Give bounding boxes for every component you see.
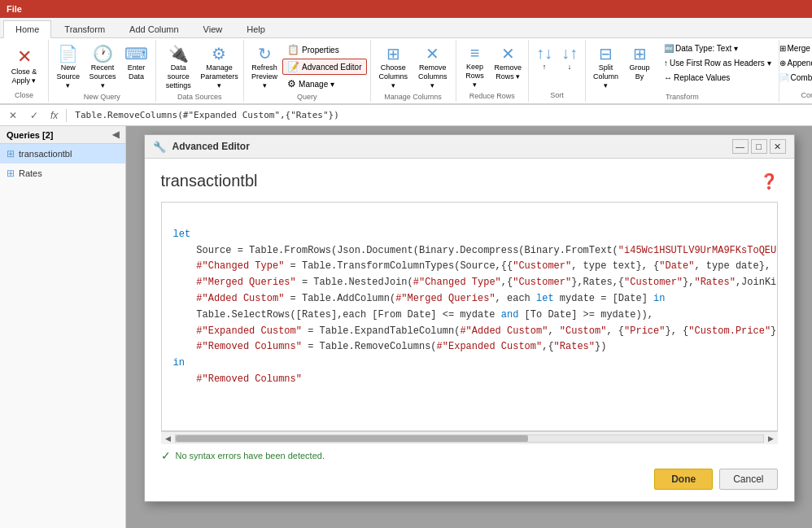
sidebar-title: Queries [2] <box>7 130 53 140</box>
transform-group-label: Transform <box>666 92 699 102</box>
recent-sources-label: RecentSources ▾ <box>89 63 116 89</box>
formula-cancel-icon[interactable]: ✕ <box>5 108 21 123</box>
modal-maximize-button[interactable]: □ <box>751 139 767 154</box>
scroll-right-arrow[interactable]: ▶ <box>766 434 776 443</box>
tab-view[interactable]: View <box>192 21 234 37</box>
sidebar-label-rates: Rates <box>19 168 42 178</box>
keep-rows-button[interactable]: ≡ KeepRows ▾ <box>460 41 491 91</box>
properties-label: Properties <box>302 46 339 55</box>
enter-data-button[interactable]: ⌨ EnterData <box>121 41 152 84</box>
tab-add-column[interactable]: Add Column <box>118 21 190 37</box>
check-icon: ✓ <box>161 449 171 462</box>
cancel-button[interactable]: Cancel <box>719 469 777 490</box>
refresh-preview-label: RefreshPreview ▾ <box>251 63 277 89</box>
formula-fx-icon: fx <box>47 109 61 122</box>
modal-icon: 🔧 <box>153 141 166 153</box>
modal-title-text: Advanced Editor <box>172 141 726 152</box>
remove-rows-button[interactable]: ✕ RemoveRows ▾ <box>491 41 525 84</box>
done-button[interactable]: Done <box>654 469 713 490</box>
syntax-status: ✓ No syntax errors have been detected. <box>161 444 778 465</box>
sort-desc-button[interactable]: ↓↑ ↓ <box>557 41 582 73</box>
new-query-group-label: New Query <box>84 92 120 102</box>
split-column-button[interactable]: ⊟ SplitColumn ▾ <box>589 41 622 92</box>
refresh-preview-button[interactable]: ↻ RefreshPreview ▾ <box>247 41 282 92</box>
group-by-label: GroupBy <box>630 63 650 81</box>
replace-values-button[interactable]: ↔Replace Values <box>660 71 775 85</box>
manage-parameters-label: ManageParameters ▾ <box>200 63 238 89</box>
tab-transform[interactable]: Transform <box>53 21 116 37</box>
merge-queries-button[interactable]: ⊞Merge Queries ▾ <box>775 41 812 55</box>
close-apply-button[interactable]: ✕ Close &Apply ▾ <box>4 43 45 89</box>
formula-bar-input[interactable]: Table.RemoveColumns(#"Expanded Custom",{… <box>72 108 807 122</box>
status-text: No syntax errors have been detected. <box>176 451 325 460</box>
reduce-rows-group-label: Reduce Rows <box>469 91 515 101</box>
advanced-editor-modal: 🔧 Advanced Editor — □ ✕ transactiontbl ❓ <box>144 134 795 502</box>
new-source-label: NewSource ▾ <box>56 63 80 89</box>
manage-button[interactable]: ⚙ Manage ▾ <box>282 76 366 92</box>
use-first-row-button[interactable]: ↑Use First Row as Headers ▾ <box>660 56 775 70</box>
manage-label: Manage ▾ <box>299 80 334 89</box>
enter-data-label: EnterData <box>128 63 146 81</box>
combine-files-button[interactable]: 📄Combine Files <box>775 71 812 85</box>
sidebar-label-transactiontbl: transactiontbl <box>19 149 72 159</box>
data-source-settings-button[interactable]: 🔌 Data sourcesettings <box>159 41 198 92</box>
modal-query-title: transactiontbl <box>161 172 258 190</box>
choose-columns-label: ChooseColumns ▾ <box>379 63 408 89</box>
title-bar-text: File <box>7 4 22 14</box>
remove-rows-label: RemoveRows ▾ <box>495 63 522 81</box>
advanced-editor-button[interactable]: 📝 Advanced Editor <box>282 59 366 75</box>
sort-asc-button[interactable]: ↑↓ ↑ <box>532 41 557 73</box>
code-scrollbar[interactable]: ◀ ▶ <box>161 431 778 444</box>
remove-columns-button[interactable]: ✕ RemoveColumns ▾ <box>413 41 452 92</box>
data-source-settings-label: Data sourcesettings <box>164 63 194 89</box>
formula-accept-icon[interactable]: ✓ <box>26 108 42 123</box>
modal-titlebar: 🔧 Advanced Editor — □ ✕ <box>145 135 794 159</box>
manage-parameters-button[interactable]: ⚙ ManageParameters ▾ <box>199 41 240 92</box>
data-sources-group-label: Data Sources <box>177 92 222 102</box>
recent-sources-button[interactable]: 🕐 RecentSources ▾ <box>85 41 120 92</box>
remove-columns-label: RemoveColumns ▾ <box>418 63 447 89</box>
modal-close-button[interactable]: ✕ <box>770 139 786 154</box>
table-icon-transactiontbl: ⊞ <box>7 148 15 159</box>
properties-button[interactable]: 📋 Properties <box>282 41 366 58</box>
close-apply-label: Close &Apply ▾ <box>11 68 37 85</box>
tab-home[interactable]: Home <box>3 20 51 38</box>
advanced-editor-label: Advanced Editor <box>302 63 361 72</box>
append-queries-button[interactable]: ⊕Append Queries ▾ <box>775 56 812 70</box>
keep-rows-label: KeepRows ▾ <box>464 63 487 89</box>
combine-group-label-text: Combine <box>801 90 812 100</box>
data-type-button[interactable]: 🔤Data Type: Text ▾ <box>660 41 775 55</box>
sort-desc-label: ↓ <box>568 63 572 71</box>
modal-controls: — □ ✕ <box>732 139 786 154</box>
table-icon-rates: ⊞ <box>7 168 15 179</box>
sort-asc-label: ↑ <box>543 63 547 71</box>
sort-group-label: Sort <box>550 90 564 100</box>
scroll-left-arrow[interactable]: ◀ <box>163 434 173 443</box>
sidebar-collapse-button[interactable]: ◀ <box>112 129 119 140</box>
split-column-label: SplitColumn ▾ <box>593 63 618 89</box>
sidebar-item-transactiontbl[interactable]: ⊞ transactiontbl <box>0 144 125 164</box>
modal-help-icon[interactable]: ❓ <box>760 172 778 190</box>
modal-minimize-button[interactable]: — <box>732 139 749 154</box>
tab-help[interactable]: Help <box>235 21 277 37</box>
new-source-button[interactable]: 📄 NewSource ▾ <box>52 41 84 92</box>
choose-columns-button[interactable]: ⊞ ChooseColumns ▾ <box>374 41 413 92</box>
modal-footer: Done Cancel <box>161 465 778 495</box>
manage-columns-group-label: Manage Columns <box>384 92 442 102</box>
sidebar-item-rates[interactable]: ⊞ Rates <box>0 164 125 183</box>
group-by-button[interactable]: ⊞ GroupBy <box>624 41 655 84</box>
code-editor-container: let Source = Table.FromRows(Json.Documen… <box>161 202 778 431</box>
query-group-label: Query <box>297 92 317 102</box>
code-editor[interactable]: let Source = Table.FromRows(Json.Documen… <box>162 203 777 430</box>
close-group-label: Close <box>15 90 33 100</box>
modal-overlay: 🔧 Advanced Editor — □ ✕ transactiontbl ❓ <box>126 126 812 528</box>
